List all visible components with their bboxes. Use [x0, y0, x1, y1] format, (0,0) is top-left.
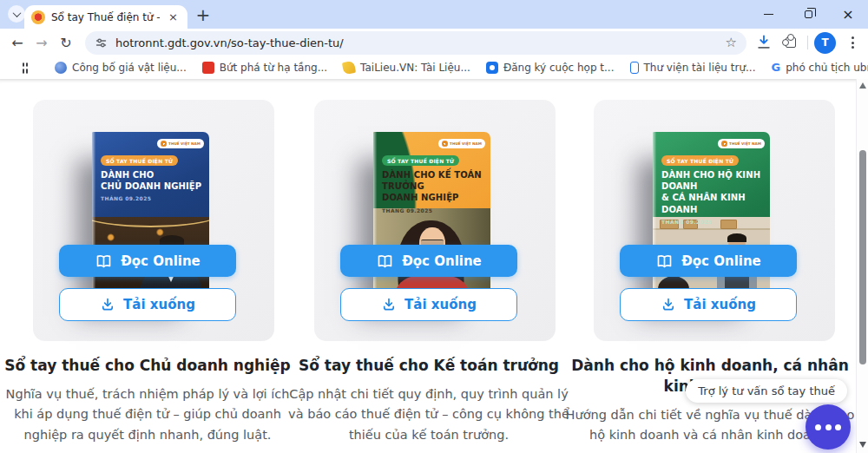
- thue-vietnam-logo: THUẾ VIỆT NAM: [718, 139, 765, 148]
- card-description: Nghĩa vụ thuế, trách nhiệm pháp lý và lợ…: [2, 384, 293, 445]
- cover-month: THÁNG 09.2025: [661, 219, 712, 225]
- library-icon: [630, 62, 639, 74]
- forward-button[interactable]: →: [30, 30, 54, 55]
- bookmark-label: Đăng ký cuộc họp t...: [503, 62, 615, 74]
- maximize-button[interactable]: [788, 0, 828, 29]
- address-bar[interactable]: hotronnt.gdt.gov.vn/so-tay-thue-dien-tu/…: [85, 31, 746, 55]
- bookmark-item[interactable]: G phó chủ tịch ubmtt...: [771, 62, 868, 74]
- dots-icon: [815, 424, 821, 430]
- page-content: THUẾ VIỆT NAM SỔ TAY THUẾ ĐIỆN TỬ DÀNH C…: [0, 79, 868, 453]
- cover-title: DÀNH CHO HỘ KINH DOANH & CÁ NHÂN KINH DO…: [661, 169, 765, 215]
- scroll-down-arrow-icon[interactable]: [859, 442, 866, 448]
- new-tab-button[interactable]: +: [192, 3, 214, 26]
- menu-button[interactable]: [842, 32, 863, 53]
- globe-icon: [55, 62, 67, 74]
- minimize-button[interactable]: [748, 0, 788, 29]
- download-button[interactable]: Tải xuống: [340, 288, 517, 321]
- bookmark-label: Bứt phá từ hạ tầng...: [220, 62, 327, 74]
- apps-grid-icon[interactable]: [23, 62, 28, 74]
- window-close-button[interactable]: ×: [828, 0, 868, 29]
- bookmark-item[interactable]: Thư viện tài liệu trự...: [630, 62, 756, 74]
- site-settings-icon[interactable]: [95, 36, 108, 49]
- cover-month: THÁNG 09.2025: [101, 195, 151, 201]
- scrollbar-thumb[interactable]: [859, 150, 866, 364]
- read-online-button[interactable]: Đọc Online: [59, 245, 236, 277]
- reload-button[interactable]: ↻: [54, 30, 78, 55]
- handbook-card-business-owner: THUẾ VIỆT NAM SỔ TAY THUẾ ĐIỆN TỬ DÀNH C…: [33, 100, 274, 341]
- restore-icon: [805, 10, 812, 18]
- site-favicon-icon: [31, 10, 45, 24]
- download-tray-icon: [381, 297, 397, 312]
- scroll-up-arrow-icon[interactable]: [859, 82, 866, 89]
- tab-title: Sổ tay Thuế điện tử – Cổng thô: [51, 11, 160, 23]
- download-button[interactable]: Tải xuống: [59, 288, 236, 321]
- chat-assistant-button[interactable]: [806, 404, 851, 450]
- thue-vietnam-logo: THUẾ VIỆT NAM: [438, 139, 485, 148]
- red-site-icon: [202, 62, 214, 74]
- toolbar-actions: T: [753, 32, 863, 54]
- download-tray-icon: [661, 297, 676, 312]
- bookmark-item[interactable]: Công bố giá vật liệu...: [55, 62, 187, 74]
- chevron-down-icon: [12, 9, 21, 17]
- browser-toolbar: ← → ↻ hotronnt.gdt.gov.vn/so-tay-thue-di…: [0, 29, 868, 56]
- bookmark-label: Thư viện tài liệu trự...: [644, 62, 756, 74]
- browser-tab[interactable]: Sổ tay Thuế điện tử – Cổng thô ×: [24, 5, 187, 29]
- download-button[interactable]: Tải xuống: [620, 288, 797, 321]
- bookmark-label: Công bố giá vật liệu...: [72, 62, 187, 74]
- download-tray-icon: [100, 297, 115, 312]
- meeting-icon: [486, 62, 498, 74]
- tailieu-icon: [342, 61, 356, 75]
- back-button[interactable]: ←: [5, 30, 30, 55]
- toolbar-divider: [807, 36, 808, 49]
- cover-month: THÁNG 09.2025: [382, 207, 432, 213]
- kebab-menu-icon: [844, 36, 861, 49]
- browser-window: Sổ tay Thuế điện tử – Cổng thô × + × ← →…: [0, 0, 868, 453]
- open-book-icon: [376, 253, 394, 269]
- open-book-icon: [655, 253, 674, 269]
- read-online-button[interactable]: Đọc Online: [340, 245, 517, 277]
- logo-dot-icon: [161, 141, 167, 147]
- logo-dot-icon: [721, 141, 727, 147]
- cover-title: DÀNH CHO KẾ TOÁN TRƯỞNG DOANH NGHIỆP: [382, 169, 485, 204]
- puzzle-icon: [786, 37, 796, 48]
- bookmark-item[interactable]: Đăng ký cuộc họp t...: [486, 62, 615, 74]
- read-online-button[interactable]: Đọc Online: [620, 245, 797, 277]
- card-heading: Sổ tay thuế cho Kế toán trưởng: [283, 356, 575, 377]
- downloads-button[interactable]: [753, 32, 774, 53]
- tab-search-button[interactable]: [8, 5, 25, 23]
- card-text-chief-accountant: Sổ tay thuế cho Kế toán trưởng Cập nhật …: [283, 356, 575, 445]
- logo-dot-icon: [442, 141, 448, 147]
- cover-badge: SỔ TAY THUẾ ĐIỆN TỬ: [661, 155, 739, 166]
- extensions-button[interactable]: [780, 32, 801, 53]
- open-book-icon: [95, 253, 113, 269]
- bookmark-label: TaiLieu.VN: Tài Liệu...: [360, 62, 470, 74]
- card-heading: Sổ tay thuế cho Chủ doanh nghiệp: [2, 356, 293, 377]
- bookmark-star-icon[interactable]: ☆: [726, 35, 737, 50]
- download-icon: [755, 34, 773, 51]
- bookmark-item[interactable]: TaiLieu.VN: Tài Liệu...: [343, 62, 470, 74]
- cover-badge: SỔ TAY THUẾ ĐIỆN TỬ: [101, 155, 178, 166]
- url-text[interactable]: hotronnt.gdt.gov.vn/so-tay-thue-dien-tu/: [115, 36, 718, 49]
- window-controls: ×: [748, 0, 868, 29]
- minimize-icon: [764, 14, 773, 16]
- thue-vietnam-logo: THUẾ VIỆT NAM: [157, 139, 204, 148]
- card-text-business-owner: Sổ tay thuế cho Chủ doanh nghiệp Nghĩa v…: [2, 356, 293, 445]
- chat-tooltip: Trợ lý tư vấn sổ tay thuế: [686, 379, 847, 403]
- cover-badge: SỔ TAY THUẾ ĐIỆN TỬ: [382, 155, 459, 166]
- google-icon: G: [771, 62, 780, 74]
- handbook-card-household-business: THUẾ VIỆT NAM SỔ TAY THUẾ ĐIỆN TỬ DÀNH C…: [594, 100, 835, 341]
- card-description: Cập nhật chi tiết quy định, quy trình qu…: [283, 384, 575, 445]
- page-scrollbar[interactable]: [856, 79, 868, 453]
- cover-title: DÀNH CHO CHỦ DOANH NGHIỆP: [101, 169, 201, 192]
- tab-strip: Sổ tay Thuế điện tử – Cổng thô × + ×: [0, 0, 868, 29]
- tab-close-icon[interactable]: ×: [166, 10, 181, 24]
- bookmark-item[interactable]: Bứt phá từ hạ tầng...: [202, 62, 327, 74]
- handbook-card-chief-accountant: THUẾ VIỆT NAM SỔ TAY THUẾ ĐIỆN TỬ DÀNH C…: [314, 100, 556, 341]
- bookmarks-bar: Công bố giá vật liệu... Bứt phá từ hạ tầ…: [0, 56, 868, 79]
- bookmark-label: phó chủ tịch ubmtt...: [786, 62, 868, 74]
- profile-avatar[interactable]: T: [814, 32, 836, 54]
